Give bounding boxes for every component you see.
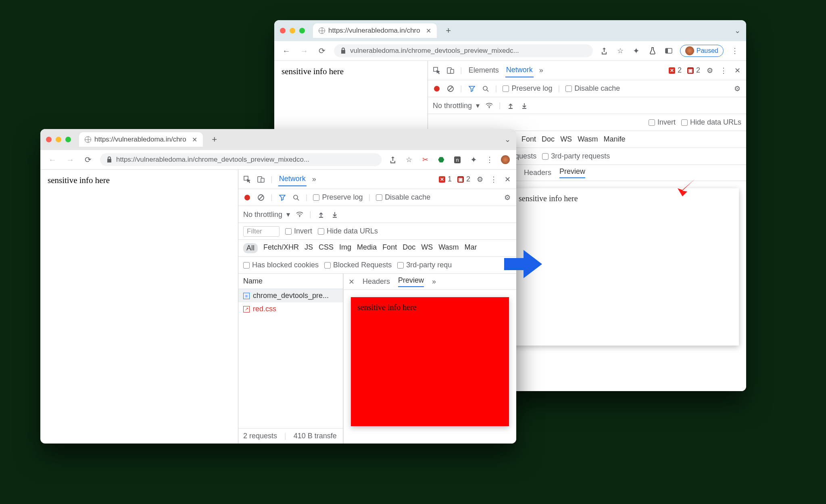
tab-elements[interactable]: Elements xyxy=(468,64,500,77)
back-button[interactable]: ← xyxy=(281,45,292,56)
minimize-window-button[interactable] xyxy=(56,137,61,142)
tabs-menu-button[interactable]: ⌄ xyxy=(505,135,511,144)
filter-type[interactable]: WS xyxy=(421,243,433,253)
flask-icon[interactable] xyxy=(648,46,657,56)
tab-network[interactable]: Network xyxy=(505,63,534,77)
filter-type[interactable]: Doc xyxy=(542,135,555,144)
maximize-window-button[interactable] xyxy=(299,28,305,33)
url-field[interactable]: vulnerabledoma.in/chrome_devtools_previe… xyxy=(334,44,593,57)
search-icon[interactable] xyxy=(482,85,490,93)
tab-preview[interactable]: Preview xyxy=(559,167,585,178)
extensions-icon[interactable]: ✦ xyxy=(469,155,478,165)
blocked-requests-checkbox[interactable]: Blocked Requests xyxy=(324,261,392,269)
device-toggle-icon[interactable] xyxy=(446,67,455,75)
search-icon[interactable] xyxy=(292,194,300,202)
filter-type[interactable]: Mar xyxy=(465,243,477,253)
error-badge[interactable]: ✕2 xyxy=(669,66,682,75)
url-field[interactable]: https://vulnerabledoma.in/chrome_devtool… xyxy=(100,153,382,166)
table-row[interactable]: ↗ red.css xyxy=(238,302,343,316)
devtools-toggle-icon[interactable]: ⋮ xyxy=(485,155,494,165)
bookmark-icon[interactable]: ☆ xyxy=(404,155,414,165)
issues-badge[interactable]: ▣2 xyxy=(457,175,470,183)
devtools-more-icon[interactable]: ⋮ xyxy=(720,67,728,75)
new-tab-button[interactable]: + xyxy=(443,25,454,36)
settings-icon[interactable]: ⚙ xyxy=(706,67,714,75)
disable-cache-checkbox[interactable]: Disable cache xyxy=(565,84,620,93)
throttling-select[interactable]: No throttling ▾ xyxy=(433,101,480,110)
wifi-icon[interactable] xyxy=(485,102,493,110)
forward-button[interactable]: → xyxy=(65,154,76,165)
filter-type[interactable]: Manife xyxy=(603,135,625,144)
third-party-checkbox[interactable]: 3rd-party requ xyxy=(397,261,452,269)
issues-badge[interactable]: ▣2 xyxy=(687,66,700,75)
wifi-icon[interactable] xyxy=(296,210,304,219)
more-menu-button[interactable]: ⋮ xyxy=(730,46,740,56)
filter-type[interactable]: Fetch/XHR xyxy=(263,243,299,253)
close-tab-icon[interactable]: ✕ xyxy=(426,27,431,35)
filter-type[interactable]: Wasm xyxy=(438,243,459,253)
bookmark-icon[interactable]: ☆ xyxy=(615,46,625,56)
preserve-log-checkbox[interactable]: Preserve log xyxy=(313,193,363,202)
clear-button[interactable] xyxy=(446,85,455,93)
inspect-icon[interactable] xyxy=(243,175,251,183)
filter-type[interactable]: Font xyxy=(521,135,536,144)
download-icon[interactable] xyxy=(520,102,528,110)
filter-input[interactable]: Filter xyxy=(243,226,280,237)
panel-icon[interactable] xyxy=(664,46,674,56)
browser-tab[interactable]: https://vulnerabledoma.in/chro ✕ xyxy=(79,132,203,147)
tab-headers[interactable]: Headers xyxy=(524,169,551,177)
new-tab-button[interactable]: + xyxy=(209,134,220,145)
tabs-menu-button[interactable]: ⌄ xyxy=(734,26,740,35)
minimize-window-button[interactable] xyxy=(290,28,295,33)
more-tabs-icon[interactable]: » xyxy=(312,175,316,183)
share-icon[interactable] xyxy=(388,155,398,165)
table-row[interactable]: ≡ chrome_devtools_pre... xyxy=(238,289,343,302)
filter-icon[interactable] xyxy=(468,85,476,93)
avatar[interactable] xyxy=(501,155,510,164)
record-button[interactable] xyxy=(433,85,441,93)
throttling-select[interactable]: No throttling ▾ xyxy=(243,210,290,219)
reload-button[interactable]: ⟳ xyxy=(316,45,327,56)
ext-icon-1[interactable]: ⬣ xyxy=(436,155,446,165)
filter-type[interactable]: Media xyxy=(357,243,377,253)
back-button[interactable]: ← xyxy=(47,154,58,165)
filter-type[interactable]: JS xyxy=(305,243,313,253)
more-tabs-icon[interactable]: » xyxy=(539,66,543,75)
scissors-icon[interactable]: ✂ xyxy=(420,155,430,165)
maximize-window-button[interactable] xyxy=(65,137,71,142)
forward-button[interactable]: → xyxy=(298,45,310,56)
inspect-icon[interactable] xyxy=(433,67,441,75)
record-button[interactable] xyxy=(243,194,251,202)
invert-checkbox[interactable]: Invert xyxy=(285,227,312,235)
close-detail-icon[interactable]: ✕ xyxy=(348,277,355,286)
devtools-close-icon[interactable]: ✕ xyxy=(733,67,741,75)
disable-cache-checkbox[interactable]: Disable cache xyxy=(376,193,430,202)
filter-type[interactable]: Img xyxy=(339,243,351,253)
filter-type[interactable]: Wasm xyxy=(578,135,598,144)
filter-type[interactable]: WS xyxy=(560,135,572,144)
network-settings-icon[interactable]: ⚙ xyxy=(733,85,741,93)
device-toggle-icon[interactable] xyxy=(257,175,265,183)
error-badge[interactable]: ✕1 xyxy=(439,175,452,183)
tab-headers[interactable]: Headers xyxy=(363,277,390,286)
filter-type[interactable]: Font xyxy=(382,243,397,253)
more-tabs-icon[interactable]: » xyxy=(432,277,436,286)
tab-preview[interactable]: Preview xyxy=(398,276,424,287)
invert-checkbox[interactable]: Invert xyxy=(649,118,676,127)
download-icon[interactable] xyxy=(331,210,339,219)
ext-icon-2[interactable]: n xyxy=(453,155,462,165)
devtools-close-icon[interactable]: ✕ xyxy=(503,175,511,183)
upload-icon[interactable] xyxy=(317,210,325,219)
profile-paused-button[interactable]: Paused xyxy=(680,45,724,57)
hide-data-urls-checkbox[interactable]: Hide data URLs xyxy=(318,227,378,235)
close-window-button[interactable] xyxy=(280,28,286,33)
browser-tab[interactable]: https://vulnerabledoma.in/chro ✕ xyxy=(313,23,437,38)
clear-button[interactable] xyxy=(257,194,265,202)
tab-network[interactable]: Network xyxy=(278,172,307,186)
filter-type[interactable]: All xyxy=(243,243,258,253)
extensions-icon[interactable]: ✦ xyxy=(632,46,641,56)
preserve-log-checkbox[interactable]: Preserve log xyxy=(503,84,552,93)
settings-icon[interactable]: ⚙ xyxy=(476,175,484,183)
share-icon[interactable] xyxy=(599,46,609,56)
close-tab-icon[interactable]: ✕ xyxy=(192,136,197,144)
